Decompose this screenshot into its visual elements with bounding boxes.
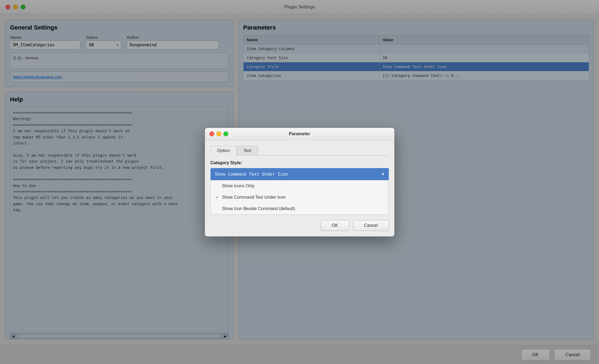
selected-option-text: Show Command Text Under Icon	[215, 172, 288, 177]
dialog-cancel-button[interactable]: Cancel	[353, 220, 389, 231]
dropdown-item[interactable]: Show Icon Beside Command (default)	[211, 203, 389, 214]
dialog-overlay: Parameter Option Text Category Style: Sh…	[0, 0, 599, 364]
dialog-titlebar-buttons	[209, 131, 228, 136]
tab-option[interactable]: Option	[210, 146, 237, 156]
dialog-buttons: OK Cancel	[210, 220, 389, 231]
dialog-title: Parameter	[289, 131, 310, 136]
dialog-title-bar: Parameter	[205, 128, 394, 140]
dialog-minimize-button[interactable]	[216, 131, 221, 136]
dialog-maximize-button[interactable]	[223, 131, 228, 136]
selected-option-display[interactable]: Show Command Text Under Icon ▼	[210, 168, 389, 180]
dialog-body: Option Text Category Style: Show Command…	[205, 140, 394, 236]
dropdown-item-label: Show Icons Only	[222, 183, 255, 188]
tab-text[interactable]: Text	[237, 146, 258, 155]
dropdown-item[interactable]: Show Icons Only	[211, 180, 389, 192]
parameter-dialog: Parameter Option Text Category Style: Sh…	[205, 128, 395, 237]
dialog-close-button[interactable]	[209, 131, 214, 136]
dropdown-item[interactable]: ✓ Show Command Text Under Icon	[211, 192, 389, 203]
dropdown-item-label: Show Command Text Under Icon	[222, 195, 286, 200]
field-label: Category Style:	[210, 160, 389, 165]
dropdown-arrow-icon: ▼	[382, 172, 384, 176]
dropdown-list: Show Icons Only ✓ Show Command Text Unde…	[210, 180, 389, 215]
category-style-selector[interactable]: Show Command Text Under Icon ▼ Show Icon…	[210, 168, 389, 215]
dropdown-item-label: Show Icon Beside Command (default)	[222, 206, 295, 211]
checkmark-icon: ✓	[215, 195, 219, 199]
dialog-tabs: Option Text	[210, 146, 389, 156]
dialog-ok-button[interactable]: OK	[321, 220, 349, 231]
